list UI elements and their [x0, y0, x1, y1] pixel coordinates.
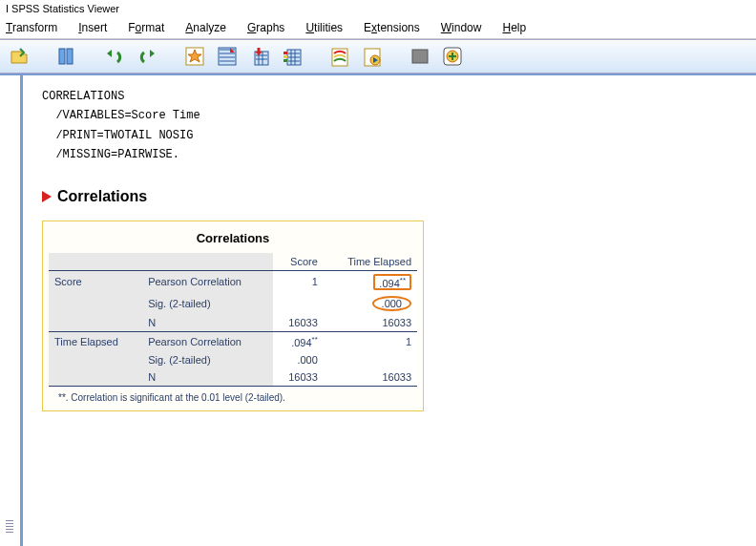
preview-icon[interactable]: [53, 43, 80, 70]
svg-rect-12: [412, 50, 428, 63]
syntax-block: CORRELATIONS /VARIABLES=Score Time /PRIN…: [42, 87, 737, 165]
cell-value: [273, 293, 324, 314]
svg-rect-6: [284, 52, 287, 54]
designate-window-icon[interactable]: [407, 43, 433, 70]
cell-value: 16033: [273, 314, 324, 332]
cell-value: .094**: [324, 270, 417, 293]
cell-value: .000: [324, 293, 417, 314]
goto-case-icon[interactable]: [214, 43, 241, 70]
undo-icon[interactable]: [101, 43, 128, 70]
toolbar: [0, 39, 756, 74]
cell-value: 16033: [273, 368, 324, 386]
col-header: Time Elapsed: [324, 253, 417, 271]
cell-value: 1: [273, 270, 324, 293]
cell-value: .094**: [273, 332, 324, 351]
menubar: Transform Insert Format Analyze Graphs U…: [0, 17, 756, 39]
table-title: Correlations: [49, 227, 417, 253]
svg-rect-8: [284, 59, 287, 62]
row-variable: [49, 293, 142, 314]
workspace: CORRELATIONS /VARIABLES=Score Time /PRIN…: [0, 74, 756, 546]
svg-rect-1: [67, 49, 73, 64]
cell-value: .000: [273, 351, 324, 368]
row-variable: [49, 368, 142, 386]
open-icon[interactable]: [6, 43, 32, 70]
menu-analyze[interactable]: Analyze: [185, 21, 226, 34]
table-footnote: **. Correlation is significant at the 0.…: [49, 386, 417, 405]
syntax-line: /VARIABLES=Score Time: [42, 106, 737, 125]
redo-icon[interactable]: [134, 43, 160, 70]
row-variable: Time Elapsed: [49, 332, 142, 351]
menu-insert[interactable]: Insert: [78, 21, 107, 34]
row-stat: Sig. (2-tailed): [142, 351, 273, 368]
menu-extensions[interactable]: Extensions: [364, 21, 420, 34]
row-stat: Pearson Correlation: [142, 332, 273, 351]
cell-value: [324, 351, 417, 368]
variables-icon[interactable]: [246, 43, 273, 70]
menu-utilities[interactable]: Utilities: [305, 21, 343, 34]
row-stat: Sig. (2-tailed): [142, 293, 273, 314]
section-heading: Correlations: [42, 188, 737, 205]
output-pane[interactable]: CORRELATIONS /VARIABLES=Score Time /PRIN…: [23, 75, 756, 546]
cell-value: 16033: [324, 314, 417, 332]
select-cases-icon[interactable]: [279, 43, 305, 70]
row-stat: N: [142, 368, 273, 386]
menu-graphs[interactable]: Graphs: [247, 21, 284, 34]
menu-transform[interactable]: Transform: [6, 21, 57, 34]
run-icon[interactable]: [359, 43, 386, 70]
window-title: I SPSS Statistics Viewer: [0, 0, 756, 17]
svg-rect-3: [219, 48, 236, 65]
arrow-icon: [42, 191, 52, 202]
menu-help[interactable]: Help: [502, 21, 526, 34]
col-header: Score: [273, 253, 324, 271]
row-variable: [49, 314, 142, 332]
row-variable: [49, 351, 142, 368]
syntax-line: /PRINT=TWOTAIL NOSIG: [42, 126, 737, 145]
row-variable: Score: [49, 270, 142, 293]
row-stat: Pearson Correlation: [142, 270, 273, 293]
svg-rect-7: [284, 55, 287, 58]
goto-data-icon[interactable]: [181, 43, 208, 70]
row-stat: N: [142, 314, 273, 332]
syntax-line: /MISSING=PAIRWISE.: [42, 145, 737, 164]
menu-format[interactable]: Format: [128, 21, 164, 34]
cell-value: 1: [324, 332, 417, 351]
correlations-table[interactable]: Correlations Score Time Elapsed ScorePea…: [42, 220, 424, 411]
add-icon[interactable]: [439, 43, 466, 70]
section-title: Correlations: [57, 188, 147, 205]
cell-value: 16033: [324, 368, 417, 386]
pane-resize-handle[interactable]: [6, 520, 13, 534]
svg-rect-0: [59, 49, 65, 64]
menu-window[interactable]: Window: [441, 21, 482, 34]
dialog-recall-icon[interactable]: [326, 43, 353, 70]
outline-pane[interactable]: [0, 75, 23, 546]
syntax-line: CORRELATIONS: [42, 87, 737, 106]
